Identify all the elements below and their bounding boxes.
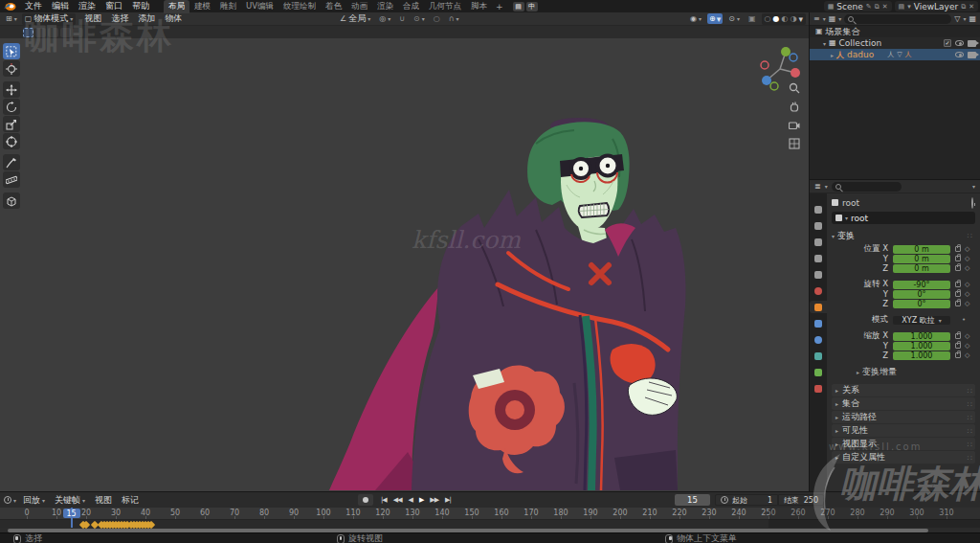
- xray-toggle[interactable]: ▣: [746, 13, 759, 25]
- filter-icon[interactable]: ▽: [954, 15, 960, 23]
- show-gizmo-toggle[interactable]: ⊕ ▾: [707, 13, 723, 24]
- select-option-subtract[interactable]: [60, 28, 71, 37]
- topbar-menu-帮助[interactable]: 帮助: [127, 0, 154, 12]
- disable-in-render-icon[interactable]: [968, 40, 976, 47]
- gizmo-x-axis[interactable]: [791, 68, 800, 78]
- keyframe-diamond-icon[interactable]: ◇: [965, 245, 969, 253]
- tool-move[interactable]: [3, 81, 20, 98]
- properties-tab-scene[interactable]: [810, 268, 827, 281]
- mode-selector[interactable]: ▢ 物体模式 ▾: [22, 13, 77, 25]
- chevron-down-icon[interactable]: ▾: [825, 183, 828, 190]
- delete-viewlayer-icon[interactable]: ✕: [969, 3, 974, 11]
- play-button[interactable]: ▶: [417, 495, 425, 505]
- viewport-menu-物体[interactable]: 物体: [160, 12, 187, 25]
- new-collection-icon[interactable]: ▦: [969, 15, 976, 23]
- chevron-down-icon[interactable]: ▾: [798, 14, 803, 24]
- tool-select-box[interactable]: [3, 43, 20, 59]
- proportional-editing-toggle[interactable]: ○: [431, 13, 443, 25]
- timeline-menu-关键帧[interactable]: 关键帧▾: [50, 494, 90, 507]
- viewport-menu-添加[interactable]: 添加: [133, 12, 160, 25]
- properties-tab-modifiers[interactable]: [810, 317, 827, 329]
- shading-solid-icon[interactable]: ●: [773, 15, 780, 23]
- properties-tab-object-data[interactable]: [810, 366, 827, 378]
- workspace-tab-布局[interactable]: 布局: [164, 0, 189, 13]
- outliner-row-scene-collection[interactable]: ▣ 场景集合: [810, 26, 980, 37]
- visibility-dropdown[interactable]: ◉ ▾: [687, 13, 704, 25]
- shading-material-icon[interactable]: ◐: [782, 15, 789, 23]
- panel-视图显示[interactable]: ▸视图显示::: [832, 438, 975, 450]
- select-option-invert[interactable]: [73, 28, 83, 37]
- end-frame-field[interactable]: 结束 250: [778, 494, 824, 506]
- keyframe-diamond-icon[interactable]: ◇: [965, 255, 969, 262]
- viewport-menu-视图[interactable]: 视图: [79, 12, 106, 25]
- workspace-tab-渲染[interactable]: 渲染: [372, 0, 398, 13]
- topbar-menu-窗口[interactable]: 窗口: [100, 0, 127, 12]
- viewport-3d[interactable]: [0, 38, 809, 491]
- lock-icon[interactable]: [955, 291, 961, 297]
- properties-tab-object[interactable]: [810, 301, 827, 313]
- snap-toggle[interactable]: ∪: [396, 13, 408, 25]
- next-keyframe-button[interactable]: ▶▶: [428, 495, 440, 505]
- panel-drag-handle[interactable]: ::: [967, 232, 973, 239]
- transform-value-field[interactable]: 0°: [893, 300, 950, 308]
- lock-icon[interactable]: [955, 282, 961, 287]
- object-name-field[interactable]: ▾ root: [832, 212, 975, 224]
- keyframe-diamond-icon[interactable]: ◇: [965, 281, 969, 288]
- viewport-menu-选择[interactable]: 选择: [106, 12, 133, 25]
- panel-可见性[interactable]: ▸可见性::: [832, 424, 975, 437]
- properties-editor-icon[interactable]: ≣: [814, 183, 821, 191]
- prev-keyframe-button[interactable]: ◀◀: [391, 495, 404, 505]
- panel-集合[interactable]: ▸集合::: [832, 397, 975, 410]
- lock-icon[interactable]: [955, 301, 961, 306]
- jump-to-end-button[interactable]: ▶|: [443, 495, 453, 505]
- tool-transform[interactable]: [3, 133, 20, 149]
- gizmo-y-axis[interactable]: [781, 47, 791, 57]
- panel-运动路径[interactable]: ▸运动路径::: [832, 411, 975, 423]
- pivot-point-selector[interactable]: ◎ ▾: [376, 13, 393, 25]
- hide-in-viewport-icon[interactable]: [955, 52, 964, 57]
- hide-in-viewport-icon[interactable]: [955, 40, 964, 46]
- transform-value-field[interactable]: 0 m: [893, 245, 950, 254]
- properties-tab-world[interactable]: [810, 284, 827, 297]
- lock-icon[interactable]: [955, 256, 961, 261]
- new-scene-icon[interactable]: ⧉: [875, 3, 880, 11]
- start-frame-field[interactable]: 起始 1: [715, 494, 778, 506]
- ime-language-badge[interactable]: 中: [526, 2, 538, 11]
- modifier-icon[interactable]: ▽: [897, 51, 902, 58]
- lock-icon[interactable]: [955, 333, 961, 339]
- panel-drag-handle[interactable]: ::: [967, 427, 973, 435]
- panel-drag-handle[interactable]: ::: [967, 400, 973, 408]
- workspace-tab-动画[interactable]: 动画: [346, 0, 372, 13]
- lock-icon[interactable]: [955, 265, 961, 271]
- properties-search-input[interactable]: [832, 182, 902, 192]
- tweak-select-option-active[interactable]: [23, 28, 33, 37]
- properties-tab-output[interactable]: [810, 236, 827, 248]
- new-viewlayer-icon[interactable]: ⧉: [961, 3, 966, 11]
- panel-drag-handle[interactable]: ::: [967, 454, 973, 462]
- chevron-down-icon[interactable]: ▾: [963, 15, 966, 22]
- lock-icon[interactable]: [955, 343, 961, 349]
- jump-to-start-button[interactable]: |◀: [379, 495, 389, 505]
- expand-arrow-icon[interactable]: ▾: [823, 40, 826, 47]
- workspace-tab-着色[interactable]: 着色: [321, 0, 346, 13]
- gizmo-z-axis[interactable]: [762, 76, 771, 85]
- zoom-icon[interactable]: [789, 82, 800, 94]
- pan-hand-icon[interactable]: [789, 102, 800, 113]
- select-option-extend[interactable]: [48, 28, 58, 37]
- transform-value-field[interactable]: 1.000: [893, 332, 950, 341]
- properties-tab-physics[interactable]: [810, 333, 827, 346]
- delete-scene-icon[interactable]: ✕: [882, 3, 888, 11]
- workspace-tab-几何节点[interactable]: 几何节点: [424, 0, 466, 13]
- expand-arrow-icon[interactable]: ▸: [831, 52, 834, 58]
- chevron-down-icon[interactable]: ▾: [838, 15, 841, 22]
- editor-type-selector[interactable]: ⊞ ▾: [3, 13, 20, 25]
- tool-rotate[interactable]: [3, 99, 20, 115]
- panel-drag-handle[interactable]: ::: [967, 441, 973, 448]
- tool-add-primitive[interactable]: [3, 192, 20, 209]
- keyframe-diamond-icon[interactable]: ◇: [965, 300, 969, 307]
- outliner-row-collection[interactable]: ▾ ▦ Collection ✓: [810, 37, 980, 49]
- keyframe-diamond-icon[interactable]: ◇: [965, 264, 969, 272]
- camera-view-icon[interactable]: [789, 121, 800, 130]
- workspace-tab-UV编辑[interactable]: UV编辑: [241, 0, 278, 13]
- workspace-tab-雕刻[interactable]: 雕刻: [215, 0, 241, 13]
